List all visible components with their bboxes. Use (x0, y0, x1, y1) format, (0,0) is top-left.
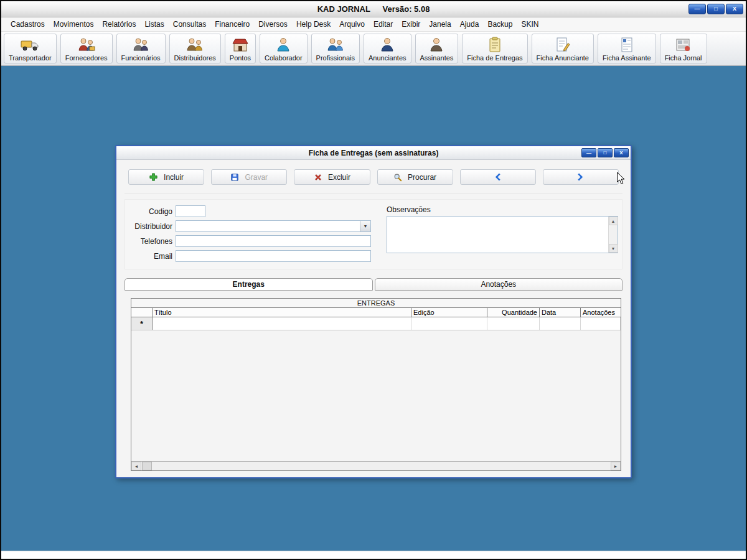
scroll-up-icon[interactable]: ▲ (609, 217, 618, 225)
window-controls: — □ X (688, 4, 746, 14)
maximize-icon: □ (714, 6, 717, 12)
toolbar-ficha-anunciante-button[interactable]: Ficha Anunciante (532, 34, 594, 63)
toolbar-ficha-jornal-button[interactable]: Ficha Jornal (660, 34, 707, 63)
grid-col-data[interactable]: Data (540, 308, 581, 317)
distribuidor-select[interactable]: ▼ (176, 220, 371, 232)
row-indicator: * (131, 317, 153, 330)
toolbar-button-label: Anunciantes (369, 54, 406, 62)
telefones-input[interactable] (176, 235, 371, 247)
grid-col-edicao[interactable]: Edição (411, 308, 487, 317)
codigo-label: Codigo (129, 207, 172, 216)
menu-diversos[interactable]: Diversos (254, 18, 292, 30)
menu-ajuda[interactable]: Ajuda (456, 18, 484, 30)
grid-col-quantidade[interactable]: Quantidade (487, 308, 540, 317)
toolbar-button-label: Ficha Assinante (603, 54, 651, 62)
toolbar-profissionais-button[interactable]: Profissionais (311, 34, 360, 63)
excluir-label: Excluir (328, 173, 350, 182)
entregas-grid: ENTREGAS Título Edição Quantidade Data A… (131, 298, 621, 471)
scroll-down-icon[interactable]: ▼ (609, 244, 618, 253)
menu-exibir[interactable]: Exibir (397, 18, 425, 30)
child-window-ficha-de-entregas: Ficha de Entregas (sem assinaturas) — □ … (115, 145, 632, 478)
menu-editar[interactable]: Editar (369, 18, 397, 30)
child-maximize-button[interactable]: □ (598, 148, 613, 157)
menu-arquivo[interactable]: Arquivo (335, 18, 369, 30)
procurar-button[interactable]: Procurar (377, 169, 453, 185)
grid-col-anotacoes[interactable]: Anotações (581, 308, 621, 317)
menu-financeiro[interactable]: Financeiro (210, 18, 254, 30)
menu-backup[interactable]: Backup (483, 18, 517, 30)
menu-movimentos[interactable]: Movimentos (49, 18, 98, 30)
chevron-right-icon (576, 172, 585, 182)
advertiser-form-icon (555, 37, 570, 54)
toolbar-colaborador-button[interactable]: Colaborador (260, 34, 308, 63)
toolbar-assinantes-button[interactable]: Assinantes (415, 34, 459, 63)
toolbar-funcionarios-button[interactable]: Funcionários (116, 34, 166, 63)
toolbar-button-label: Ficha Anunciante (537, 54, 589, 62)
grid-col-titulo[interactable]: Título (153, 308, 411, 317)
grid-cell[interactable] (153, 317, 411, 330)
form-right-column: Observações ▲ ▼ (387, 205, 618, 262)
minimize-button[interactable]: — (688, 4, 706, 14)
menu-skin[interactable]: SKIN (517, 18, 543, 30)
toolbar-fornecedores-button[interactable]: Fornecedores (60, 34, 113, 63)
child-minimize-button[interactable]: — (581, 148, 596, 157)
observacoes-textarea[interactable]: ▲ ▼ (387, 216, 618, 253)
toolbar-button-label: Fornecedores (65, 54, 108, 62)
toolbar-button-label: Pontos (230, 54, 251, 62)
toolbar-button-label: Transportador (9, 54, 52, 62)
incluir-button[interactable]: Incluir (128, 169, 204, 185)
menu-janela[interactable]: Janela (425, 18, 455, 30)
toolbar-pontos-button[interactable]: Pontos (225, 34, 256, 63)
menu-listas[interactable]: Listas (140, 18, 168, 30)
scrollbar-thumb[interactable] (142, 462, 152, 470)
menu-help-desk[interactable]: Help Desk (292, 18, 335, 30)
form-left-column: Codigo Distribuidor ▼ Telefones (129, 205, 373, 262)
grid-cell[interactable] (581, 317, 621, 330)
child-titlebar[interactable]: Ficha de Entregas (sem assinaturas) — □ … (116, 146, 631, 160)
menu-cadastros[interactable]: Cadastros (6, 18, 49, 30)
minimize-icon: — (586, 151, 591, 156)
chevron-down-icon[interactable]: ▼ (360, 221, 370, 231)
codigo-input[interactable] (176, 205, 205, 217)
scroll-right-icon[interactable]: ► (611, 462, 621, 470)
main-toolbar: Transportador Fornecedores Funcionários … (1, 32, 746, 66)
scrollbar-track[interactable] (153, 462, 611, 470)
save-floppy-icon (230, 173, 239, 182)
distribuidor-selected-value (176, 221, 360, 231)
distributors-icon (186, 37, 204, 54)
grid-horizontal-scrollbar[interactable]: ◄ ► (131, 461, 621, 470)
action-button-row: Incluir Gravar Excluir (125, 164, 622, 194)
tab-anotacoes[interactable]: Anotações (375, 278, 623, 291)
observacoes-scrollbar[interactable]: ▲ ▼ (608, 217, 618, 253)
child-close-button[interactable]: X (614, 148, 629, 157)
email-input[interactable] (176, 250, 371, 262)
grid-cell[interactable] (540, 317, 581, 330)
telefones-label: Telefones (129, 237, 172, 246)
tab-entregas[interactable]: Entregas (125, 278, 373, 291)
menu-relatorios[interactable]: Relatórios (98, 18, 140, 30)
grid-cell[interactable] (487, 317, 540, 330)
scroll-left-icon[interactable]: ◄ (131, 462, 141, 470)
menu-consultas[interactable]: Consultas (169, 18, 210, 30)
grid-selector-header (131, 308, 153, 317)
gravar-label: Gravar (245, 173, 268, 182)
next-record-button[interactable] (543, 169, 619, 185)
toolbar-anunciantes-button[interactable]: Anunciantes (364, 34, 411, 63)
toolbar-ficha-assinante-button[interactable]: Ficha Assinante (598, 34, 656, 63)
toolbar-transportador-button[interactable]: Transportador (4, 34, 57, 63)
delivery-form-icon (487, 37, 502, 54)
toolbar-button-label: Ficha de Entregas (467, 54, 522, 62)
maximize-button[interactable]: □ (707, 4, 725, 14)
close-button[interactable]: X (726, 4, 743, 14)
previous-record-button[interactable] (460, 169, 536, 185)
observacoes-label: Observações (387, 205, 618, 214)
incluir-label: Incluir (164, 173, 184, 182)
grid-cell[interactable] (411, 317, 487, 330)
toolbar-ficha-de-entregas-button[interactable]: Ficha de Entregas (462, 34, 527, 63)
close-icon: X (619, 151, 622, 156)
toolbar-distribuidores-button[interactable]: Distribuidores (169, 34, 221, 63)
advertisers-icon (379, 37, 395, 54)
application-window: KAD JORNAL Versão: 5.08 — □ X Cadastros … (0, 0, 747, 560)
excluir-button[interactable]: Excluir (294, 169, 370, 185)
gravar-button[interactable]: Gravar (211, 169, 287, 185)
